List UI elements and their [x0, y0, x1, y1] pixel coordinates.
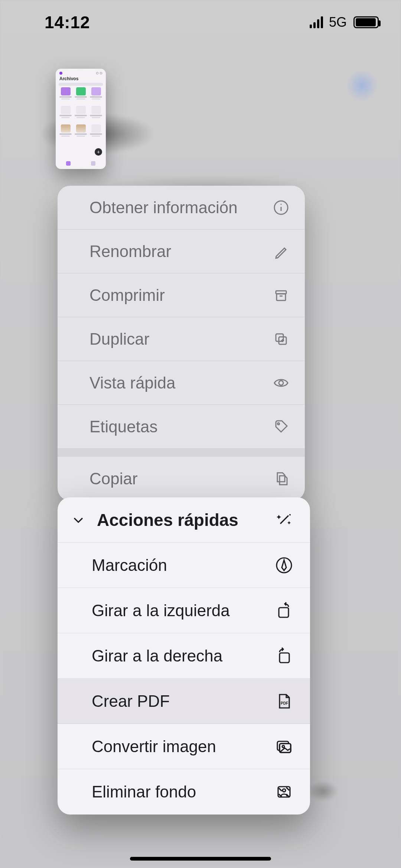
eye-icon: [273, 375, 289, 391]
rotate-right-icon: [275, 647, 293, 665]
menu-item-get-info[interactable]: Obtener información: [58, 186, 305, 230]
svg-line-23: [279, 788, 282, 791]
quick-action-markup[interactable]: Marcación: [58, 543, 310, 588]
svg-point-2: [281, 204, 282, 205]
menu-item-tags[interactable]: Etiquetas: [58, 405, 305, 449]
thumb-header: [59, 72, 103, 75]
menu-item-label: Comprimir: [89, 286, 165, 305]
svg-line-12: [280, 516, 288, 524]
menu-item-compress[interactable]: Comprimir: [58, 273, 305, 317]
menu-item-label: Girar a la derecha: [92, 647, 222, 665]
thumb-search-bar: [59, 83, 103, 86]
file-thumbnail[interactable]: Archivos +: [56, 69, 106, 169]
menu-item-label: Eliminar fondo: [92, 783, 196, 801]
thumb-app-dot: [59, 72, 62, 75]
menu-item-label: Copiar: [89, 469, 138, 488]
battery-icon: [353, 16, 379, 28]
status-right: 5G: [310, 14, 379, 30]
quick-action-create-pdf[interactable]: Crear PDF PDF: [58, 679, 310, 724]
quick-actions-title: Acciones rápidas: [97, 510, 238, 530]
svg-line-24: [286, 787, 289, 790]
remove-background-icon: [275, 783, 293, 801]
menu-item-rename[interactable]: Renombrar: [58, 230, 305, 273]
quick-action-rotate-left[interactable]: Girar a la izquierda: [58, 588, 310, 633]
svg-rect-4: [277, 294, 286, 300]
menu-item-label: Etiquetas: [89, 417, 157, 436]
menu-item-label: Marcación: [92, 556, 167, 575]
thumb-title: Archivos: [59, 76, 103, 81]
quick-action-remove-background[interactable]: Eliminar fondo: [58, 769, 310, 815]
menu-item-label: Girar a la izquierda: [92, 601, 230, 620]
svg-text:PDF: PDF: [281, 701, 288, 705]
pdf-doc-icon: PDF: [275, 692, 293, 710]
svg-point-11: [278, 423, 280, 425]
svg-rect-15: [279, 608, 288, 617]
thumb-tab-bar: [56, 159, 106, 168]
chevron-down-icon: [69, 511, 87, 529]
menu-item-label: Crear PDF: [92, 692, 170, 711]
status-time: 14:12: [45, 12, 90, 32]
magic-wand-icon: [275, 511, 293, 529]
markup-pen-icon: [275, 556, 293, 574]
quick-actions-menu: Acciones rápidas Marcación Girar a la iz…: [58, 497, 310, 815]
svg-rect-16: [280, 653, 289, 663]
quick-action-rotate-right[interactable]: Girar a la derecha: [58, 633, 310, 679]
context-menu: Obtener información Renombrar Comprimir …: [58, 186, 305, 501]
status-bar: 14:12 5G: [0, 0, 401, 45]
network-label: 5G: [329, 14, 347, 30]
menu-item-label: Convertir imagen: [92, 737, 216, 756]
menu-item-quick-look[interactable]: Vista rápida: [58, 361, 305, 405]
cellular-signal-icon: [310, 16, 323, 28]
copy-doc-icon: [273, 471, 289, 487]
thumb-add-fab-icon: +: [95, 148, 102, 156]
menu-separator: [58, 449, 305, 457]
quick-actions-header[interactable]: Acciones rápidas: [58, 497, 310, 543]
pencil-icon: [273, 243, 289, 260]
duplicate-icon: [273, 331, 289, 347]
menu-item-label: Renombrar: [89, 242, 171, 261]
menu-item-copy[interactable]: Copiar: [58, 457, 305, 501]
tag-icon: [273, 419, 289, 435]
menu-item-label: Obtener información: [89, 198, 238, 217]
photo-stack-icon: [275, 738, 293, 755]
svg-point-10: [279, 381, 283, 385]
home-indicator[interactable]: [130, 857, 271, 861]
rotate-left-icon: [275, 602, 293, 620]
menu-item-duplicate[interactable]: Duplicar: [58, 317, 305, 361]
quick-action-convert-image[interactable]: Convertir imagen: [58, 724, 310, 769]
svg-point-27: [283, 789, 286, 792]
menu-item-label: Duplicar: [89, 330, 149, 348]
info-icon: [273, 199, 289, 216]
thumb-header-icons: [96, 72, 102, 74]
archive-box-icon: [273, 287, 289, 303]
svg-point-13: [289, 514, 291, 516]
menu-item-label: Vista rápida: [89, 374, 176, 392]
